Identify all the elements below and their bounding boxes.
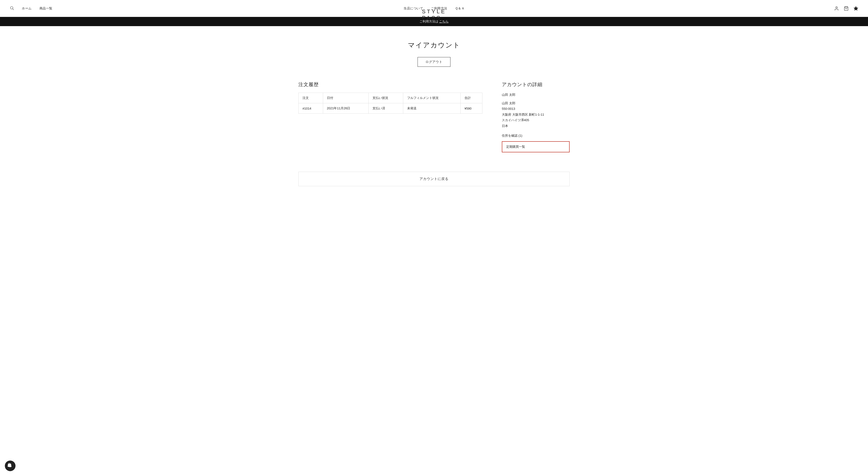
nav-left: ホーム 商品一覧	[22, 6, 53, 11]
order-total: ¥590	[460, 103, 482, 114]
main-content: マイアカウント ログアウト 注文履歴 注文 日付 支払い状況 フルフィルメント状…	[289, 26, 579, 206]
orders-table-header-row: 注文 日付 支払い状況 フルフィルメント状況 合計	[299, 93, 483, 103]
back-button-wrap: アカウントに戻る	[299, 172, 569, 186]
logout-button[interactable]: ログアウト	[417, 57, 451, 67]
svg-point-0	[10, 6, 13, 9]
svg-point-2	[836, 6, 837, 8]
view-addresses-link[interactable]: 住所を確認 (1)	[502, 134, 569, 138]
account-layout: 注文履歴 注文 日付 支払い状況 フルフィルメント状況 合計 #1014 202…	[299, 81, 569, 152]
cart-button[interactable]	[844, 6, 848, 11]
account-details-section: アカウントの詳細 山田 太郎 山田 太郎 550-0013 大阪府 大阪市西区 …	[502, 81, 569, 152]
order-fulfillment-status: 未発送	[403, 103, 460, 114]
account-button[interactable]	[834, 6, 839, 11]
page-title: マイアカウント	[299, 41, 569, 50]
account-name-header: 山田 太郎	[502, 93, 569, 97]
table-row[interactable]: #1014 2021年11月26日 支払い済 未発送 ¥590	[299, 103, 483, 114]
header-left: ホーム 商品一覧	[10, 6, 403, 11]
address-line-4: スカイハイツ澤405	[502, 117, 569, 123]
col-fulfillment-status: フルフィルメント状況	[403, 93, 460, 103]
account-details-title: アカウントの詳細	[502, 81, 569, 88]
address-line-5: 日本	[502, 123, 569, 129]
col-order: 注文	[299, 93, 323, 103]
col-total: 合計	[460, 93, 482, 103]
col-date: 日付	[323, 93, 369, 103]
header: ホーム 商品一覧 STYLE PASS 当店について ご利用方法 Ｑ＆Ａ	[0, 0, 868, 17]
order-payment-status: 支払い済	[369, 103, 403, 114]
order-date: 2021年11月26日	[323, 103, 369, 114]
favorite-button[interactable]	[854, 6, 858, 11]
back-to-account-button[interactable]: アカウントに戻る	[299, 172, 569, 186]
order-number: #1014	[299, 103, 323, 114]
svg-marker-4	[854, 6, 858, 10]
nav-about[interactable]: 当店について	[403, 6, 423, 11]
search-button[interactable]	[10, 6, 14, 11]
header-icons	[465, 6, 858, 11]
address-line-3: 大阪府 大阪市西区 新町1-1-11	[502, 112, 569, 117]
address-line-2: 550-0013	[502, 106, 569, 111]
site-logo[interactable]: STYLE PASS	[422, 8, 446, 21]
col-payment-status: 支払い状況	[369, 93, 403, 103]
orders-table: 注文 日付 支払い状況 フルフィルメント状況 合計 #1014 2021年11月…	[299, 93, 483, 114]
svg-line-1	[12, 9, 13, 10]
orders-section-title: 注文履歴	[299, 81, 483, 88]
subscription-button[interactable]: 定期購買一覧	[502, 141, 569, 152]
nav-home[interactable]: ホーム	[22, 6, 32, 11]
orders-table-head: 注文 日付 支払い状況 フルフィルメント状況 合計	[299, 93, 483, 103]
orders-section: 注文履歴 注文 日付 支払い状況 フルフィルメント状況 合計 #1014 202…	[299, 81, 483, 114]
nav-products[interactable]: 商品一覧	[39, 6, 53, 11]
logout-wrap: ログアウト	[299, 57, 569, 67]
address-line-1: 山田 太郎	[502, 100, 569, 106]
nav-qa[interactable]: Ｑ＆Ａ	[455, 6, 465, 11]
account-address: 山田 太郎 550-0013 大阪府 大阪市西区 新町1-1-11 スカイハイツ…	[502, 100, 569, 129]
orders-table-body: #1014 2021年11月26日 支払い済 未発送 ¥590	[299, 103, 483, 114]
